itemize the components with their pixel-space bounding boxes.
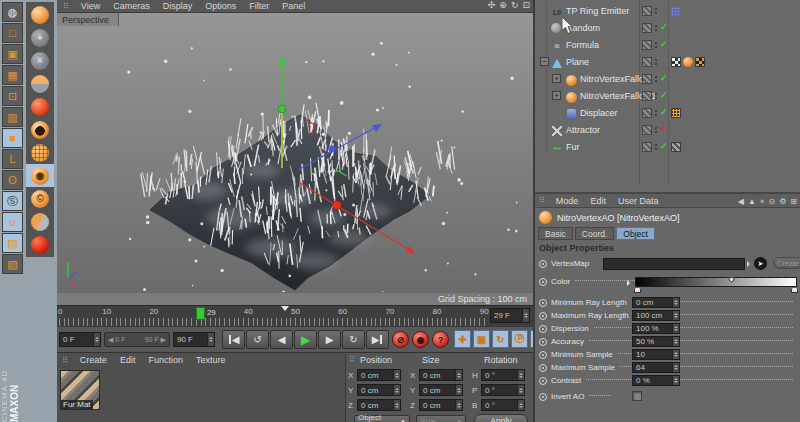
color-expand-icon[interactable] [627,280,633,286]
coord-field[interactable]: 0 cm [357,369,401,381]
viewport-label[interactable]: Perspective [57,13,119,26]
viewport-scene[interactable] [57,13,533,292]
material-menu-edit[interactable]: Edit [120,355,136,365]
apply-button[interactable]: Apply [474,414,528,422]
attr-menu-mode[interactable]: Mode [556,196,579,206]
prev-frame-button[interactable]: ◀ [270,330,293,349]
layer-tag[interactable] [642,74,652,84]
attr-spinner[interactable] [672,298,679,307]
range-end-field[interactable]: 90 F [173,332,215,347]
render-icon[interactable]: ◍ [2,2,23,22]
make-editable-icon[interactable]: □ [2,23,23,43]
viewport-menu-cameras[interactable]: Cameras [113,1,150,11]
attr-field[interactable]: 10 [632,349,680,360]
pick-icon[interactable]: ⌖ [760,197,765,207]
checker-tag-icon[interactable] [671,57,681,67]
coord-field[interactable]: 0 cm [357,384,401,396]
red-gradient-sphere-icon-cell[interactable] [26,95,54,118]
coord-mode-dropdown[interactable]: Object (Rel)▼ [354,415,410,422]
attr-spinner[interactable] [672,337,679,346]
range-start-field[interactable]: 0 F [59,332,101,347]
visibility-dots[interactable] [655,110,657,118]
anim-dot-icon[interactable] [539,338,547,346]
key-parameter-button[interactable]: Ⓟ [511,330,528,348]
attr-spinner[interactable] [672,311,679,320]
layer-tag[interactable] [642,142,652,152]
record-keyframe-button[interactable]: ⊘ [392,331,409,348]
gradient-knob-right[interactable] [791,287,798,293]
coord-spinner[interactable] [517,400,524,410]
disabled-cross-icon[interactable]: × [660,124,670,134]
frame-spinner[interactable] [522,309,529,322]
visibility-dots[interactable] [655,93,657,101]
phong-tag-icon[interactable] [683,57,693,67]
tab-coord[interactable]: Coord. [575,227,615,240]
coord-spinner[interactable] [455,370,462,380]
plus-sphere-icon[interactable]: + [31,29,49,47]
menu-handle-icon[interactable]: ⠿ [62,356,67,365]
half-sphere-icon[interactable] [31,213,49,231]
anim-dot-icon[interactable] [539,312,547,320]
tp-dots-icon[interactable] [671,7,680,16]
up-icon[interactable]: ▲ [748,197,756,207]
mesh-uv-icon[interactable]: ▧ [2,254,23,274]
attr-field[interactable]: 0 % [632,375,680,386]
key-position-button[interactable]: ✚ [454,330,471,348]
menu-handle-icon[interactable]: ⠿ [63,2,68,11]
anim-dot-icon[interactable] [539,364,547,372]
object-row-attractor[interactable]: Attractor× [535,122,800,139]
object-row-tp-ring-emitter[interactable]: L0TP Ring Emitter [535,3,800,20]
anim-dot-icon[interactable] [539,377,547,385]
nitro-sphere-icon-cell[interactable] [26,3,54,26]
color-gradient[interactable] [635,277,797,287]
loop-back-button[interactable]: ↺ [246,330,269,349]
play-button[interactable]: ▶ [294,330,317,349]
object-row-formula[interactable]: ≈Formula✓ [535,37,800,54]
enabled-check-icon[interactable]: ✓ [660,90,670,100]
attr-field[interactable]: 64 [632,362,680,373]
object-row-displacer[interactable]: Displacer✓ [535,105,800,122]
dchecker-tag-icon[interactable] [695,57,705,67]
toggle-view-icon[interactable]: ⊡ [522,0,530,10]
enabled-check-icon[interactable]: ✓ [660,22,670,32]
attr-menu-edit[interactable]: Edit [590,196,606,206]
copyright-sphere-icon-cell[interactable]: © [26,187,54,210]
current-frame-field[interactable]: 29 F [490,308,530,323]
texture-mode-icon[interactable]: ▣ [2,44,23,64]
menu-handle-icon[interactable]: ⠿ [539,196,544,205]
splat-sphere-icon-cell[interactable] [26,118,54,141]
material-menu-create[interactable]: Create [80,355,107,365]
range-end-spinner[interactable] [207,333,214,346]
visibility-dots[interactable] [655,59,657,67]
vertexmap-picker-icon[interactable]: ➤ [754,257,767,270]
material-thumbnail[interactable]: Fur Mat [60,370,100,410]
attr-spinner[interactable] [672,324,679,333]
points-mode-icon[interactable]: ⊡ [2,86,23,106]
coord-spinner[interactable] [455,385,462,395]
key-rotation-button[interactable]: ↻ [492,330,509,348]
anim-dot-icon[interactable] [539,393,547,401]
material-menu-function[interactable]: Function [148,355,183,365]
anim-dot-icon[interactable] [539,351,547,359]
visibility-dots[interactable] [655,8,657,16]
mesh-edit-icon[interactable]: ▨ [2,233,23,253]
visibility-dots[interactable] [655,25,657,33]
copyright-sphere-icon[interactable]: © [31,190,49,208]
preview-marker[interactable] [281,306,289,311]
pan-icon[interactable]: ✣ [488,0,496,10]
viewport[interactable]: ⠿ ViewCamerasDisplayOptionsFilterPanel ✣… [57,0,533,305]
attr-spinner[interactable] [672,363,679,372]
material-menu-texture[interactable]: Texture [196,355,226,365]
anim-dot-icon[interactable] [539,260,547,268]
anim-dot-icon[interactable] [539,325,547,333]
eye-sphere-icon-cell[interactable]: ◉ [26,164,54,187]
layer-tag[interactable] [642,108,652,118]
magnet-icon[interactable]: ∪ [2,212,23,232]
vertexmap-expand-icon[interactable] [747,261,753,267]
polygons-mode-icon[interactable]: ■ [2,128,23,148]
settings-icon[interactable]: ⚙ [779,197,786,207]
attr-menu-user-data[interactable]: User Data [618,196,659,206]
zoom-icon[interactable]: ⊕ [499,0,507,10]
visibility-dots[interactable] [655,42,657,50]
menu-handle-icon[interactable]: ⠿ [349,355,354,364]
